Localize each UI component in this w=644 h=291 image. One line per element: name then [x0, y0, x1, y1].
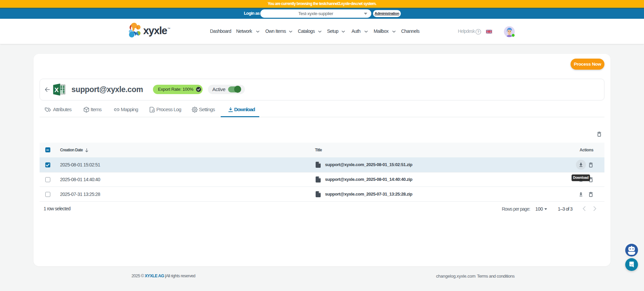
svg-text:X: X: [54, 86, 59, 93]
svg-text:?: ?: [477, 30, 479, 34]
